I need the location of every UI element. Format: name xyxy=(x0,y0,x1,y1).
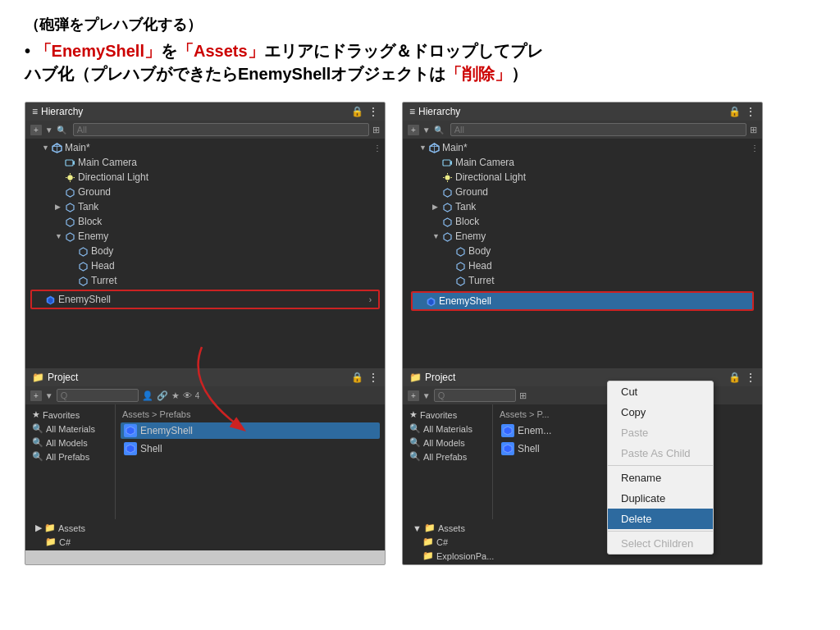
csharp-section-left[interactable]: 📁 C# xyxy=(32,535,378,549)
file-item-shell-left[interactable]: Shell xyxy=(121,441,380,457)
svg-marker-13 xyxy=(66,233,74,241)
tree-item-head-left[interactable]: Head xyxy=(25,258,385,273)
tree-item-turret-right[interactable]: Turret xyxy=(403,273,762,288)
tree-item-tank-right[interactable]: ▶ Tank xyxy=(403,199,762,214)
tree-item-body-left[interactable]: Body xyxy=(25,244,385,258)
head-icon-left xyxy=(78,261,89,272)
sidebar-all-prefabs-right[interactable]: 🔍 All Prefabs xyxy=(403,450,492,463)
svg-point-27 xyxy=(445,175,450,180)
tree-item-light-right[interactable]: Directional Light xyxy=(403,170,762,185)
sidebar-all-models-right[interactable]: 🔍 All Models xyxy=(403,436,492,450)
expand-arrow-enemy-left: ▼ xyxy=(55,232,65,240)
project-title-left: Project xyxy=(48,372,78,383)
svg-rect-3 xyxy=(66,160,73,166)
arrow-btn-left[interactable]: ▼ xyxy=(45,126,53,135)
body-icon-left xyxy=(78,246,89,257)
tree-label-main-right: Main* xyxy=(442,142,468,153)
search-input-right[interactable] xyxy=(450,123,746,136)
prefab-icon-2-right xyxy=(503,444,513,454)
add-button-left[interactable]: + xyxy=(30,125,42,135)
svg-point-5 xyxy=(68,175,73,180)
hierarchy-list-icon-right: ≡ xyxy=(409,106,415,117)
tree-item-ground-left[interactable]: Ground xyxy=(25,185,385,199)
lock-icon-proj-left: 🔒 xyxy=(351,372,363,383)
folder-icon-cs-right: 📁 xyxy=(413,536,434,547)
file-item-enemyshell-left[interactable]: EnemyShell xyxy=(121,422,380,439)
sidebar-favorites-right[interactable]: ★ Favorites xyxy=(403,408,492,422)
arrow-btn-proj-left[interactable]: ▼ xyxy=(45,391,53,400)
project-search-right[interactable] xyxy=(434,389,516,402)
arrow-btn-right[interactable]: ▼ xyxy=(422,126,431,135)
tree-item-main-left[interactable]: ▼ Main* ⋮ xyxy=(25,140,385,155)
tree-label-head-right: Head xyxy=(468,260,492,272)
tree-item-enemy-right[interactable]: ▼ Enemy xyxy=(403,229,762,244)
context-paste[interactable]: Paste xyxy=(608,422,713,443)
svg-marker-11 xyxy=(66,203,74,212)
tree-item-ground-right[interactable]: Ground xyxy=(403,185,762,199)
file-cube-2-left xyxy=(124,442,137,455)
folder-icon-right: ⊞ xyxy=(750,125,757,135)
folder-icon-proj-right: 📁 xyxy=(409,372,422,383)
enemy-icon-left xyxy=(65,231,75,242)
tree-item-block-right[interactable]: Block xyxy=(403,214,762,229)
enemy-shell-wrapper-left: EnemyShell › xyxy=(25,288,385,311)
tree-item-tank-left[interactable]: ▶ Tank xyxy=(25,199,385,214)
lock-icon-left: 🔒 xyxy=(351,106,363,117)
context-cut[interactable]: Cut xyxy=(608,381,713,402)
tree-label-light-right: Directional Light xyxy=(455,171,526,183)
tree-item-enemy-left[interactable]: ▼ Enemy xyxy=(25,229,385,244)
project-search-left[interactable] xyxy=(57,389,139,402)
context-rename[interactable]: Rename xyxy=(608,468,713,488)
expand-arrow-main-right: ▼ xyxy=(419,144,429,152)
svg-marker-33 xyxy=(444,203,451,212)
arrow-btn-proj-right[interactable]: ▼ xyxy=(422,391,431,400)
tree-label-enemy-right: Enemy xyxy=(455,231,486,242)
project-body-left: ★ Favorites 🔍 All Materials 🔍 All Models… xyxy=(25,404,385,519)
enemy-shell-item-left[interactable]: EnemyShell › xyxy=(30,290,380,309)
svg-marker-19 xyxy=(126,427,135,435)
context-copy[interactable]: Copy xyxy=(608,402,713,422)
sidebar-all-materials-left[interactable]: 🔍 All Materials xyxy=(25,422,115,436)
enemy-shell-item-right[interactable]: EnemyShell xyxy=(411,291,754,311)
sidebar-all-prefabs-left[interactable]: 🔍 All Prefabs xyxy=(25,450,115,463)
tree-item-turret-left[interactable]: Turret xyxy=(25,273,385,288)
folder-icon-cs-left: 📁 xyxy=(35,536,57,547)
tree-item-body-right[interactable]: Body xyxy=(403,244,762,258)
q-icon-mat-left: 🔍 xyxy=(32,423,43,434)
context-paste-as-child[interactable]: Paste As Child xyxy=(608,443,713,463)
scene-icon-right xyxy=(429,143,440,153)
hierarchy-list-icon: ≡ xyxy=(32,106,38,117)
proj-icon-right: ⊞ xyxy=(519,390,527,401)
sidebar-all-models-left[interactable]: 🔍 All Models xyxy=(25,436,115,450)
tree-item-light-left[interactable]: Directional Light xyxy=(25,170,385,185)
sidebar-favorites-left[interactable]: ★ Favorites xyxy=(25,408,115,422)
tree-item-camera-right[interactable]: Main Camera xyxy=(403,155,762,170)
context-select-children[interactable]: Select Children xyxy=(608,533,713,554)
tree-item-main-right[interactable]: ▼ Main* ⋮ xyxy=(403,140,762,155)
context-duplicate[interactable]: Duplicate xyxy=(608,488,713,509)
add-btn-proj-left[interactable]: + xyxy=(30,390,42,401)
tree-label-camera-right: Main Camera xyxy=(455,157,514,168)
prefab-icon-1-left xyxy=(126,426,135,436)
tree-item-head-right[interactable]: Head xyxy=(403,258,762,273)
svg-rect-25 xyxy=(443,160,450,166)
header-area: （砲弾をプレハブ化する） • 「EnemyShell」を「Assets」エリアに… xyxy=(0,0,840,94)
svg-marker-10 xyxy=(66,189,74,197)
add-button-right[interactable]: + xyxy=(408,125,419,135)
sidebar-all-materials-right[interactable]: 🔍 All Materials xyxy=(403,422,492,436)
project-title-right: Project xyxy=(425,372,455,383)
folder-icon-assets-left: ▶ xyxy=(35,523,42,533)
panels-container: ≡ Hierarchy 🔒 ⋮ + ▼ 🔍 ⊞ ▼ Main* ⋮ xyxy=(0,94,840,573)
file-label-1-left: EnemyShell xyxy=(140,425,193,436)
tree-item-camera-left[interactable]: Main Camera xyxy=(25,155,385,170)
project-main-left: Assets > Prefabs EnemyShell Shell xyxy=(116,404,385,519)
search-input-left[interactable] xyxy=(73,123,369,136)
hierarchy-toolbar-right: + ▼ 🔍 ⊞ xyxy=(403,121,762,139)
q-icon-mod-left: 🔍 xyxy=(32,437,43,448)
camera-icon-right xyxy=(442,158,453,168)
assets-section-left[interactable]: ▶ 📁 Assets xyxy=(32,521,378,535)
tree-item-block-left[interactable]: Block xyxy=(25,214,385,229)
add-btn-proj-right[interactable]: + xyxy=(408,390,419,401)
ground-icon-right xyxy=(442,187,453,198)
context-delete[interactable]: Delete xyxy=(608,509,713,529)
